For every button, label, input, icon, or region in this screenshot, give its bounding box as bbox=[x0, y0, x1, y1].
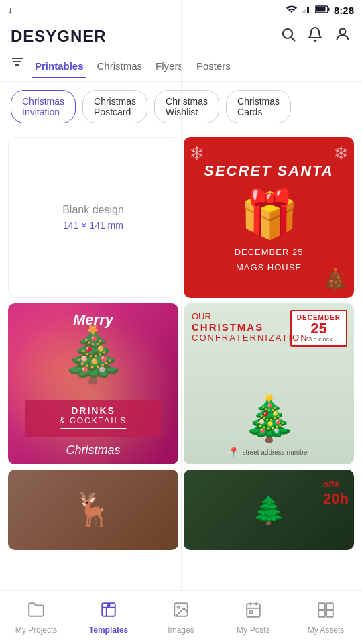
filter-icon[interactable] bbox=[11, 55, 24, 78]
snowflake-icon-tr: ❄ bbox=[333, 142, 349, 164]
template-grid: Blank design 141 × 141 mm ❄ ❄ SECRET SAN… bbox=[0, 131, 362, 555]
svg-point-6 bbox=[283, 29, 292, 38]
nav-my-projects[interactable]: My Projects bbox=[9, 601, 63, 635]
blank-design-card[interactable]: Blank design 141 × 141 mm bbox=[8, 137, 178, 298]
svg-rect-5 bbox=[316, 7, 325, 11]
confrat-text: OUR CHRISTMAS CONFRATERNIZATION bbox=[192, 311, 308, 343]
notification-icon[interactable] bbox=[307, 26, 323, 46]
user-icon[interactable] bbox=[334, 25, 351, 47]
pill-wishlist[interactable]: ChristmasWishlist bbox=[154, 90, 219, 123]
tab-christmas[interactable]: Christmas bbox=[95, 55, 145, 78]
gift-icon: 🎁 bbox=[240, 186, 298, 241]
svg-rect-2 bbox=[307, 7, 309, 13]
signal-icon bbox=[302, 5, 311, 15]
secret-santa-date: DECEMBER 25 bbox=[235, 247, 304, 257]
confrat-tree-icon: 🎄 bbox=[242, 393, 296, 444]
deer-icon: 🦌 bbox=[73, 491, 113, 529]
templates-icon bbox=[100, 601, 117, 623]
svg-rect-24 bbox=[326, 610, 333, 617]
merry-christmas-card[interactable]: 🎄 Merry DRINKS & COCKTAILS Christmas bbox=[8, 303, 178, 464]
merry-bottom-text: Christmas bbox=[8, 443, 178, 458]
time: 8:28 bbox=[334, 5, 354, 16]
bottom-card-right[interactable]: 🌲 ofte 20h bbox=[184, 470, 354, 550]
bottom-nav: My Projects Templates Images My Posts My… bbox=[0, 590, 362, 644]
svg-point-15 bbox=[178, 606, 180, 608]
svg-rect-22 bbox=[326, 603, 333, 610]
svg-rect-4 bbox=[328, 7, 329, 11]
content-area: Blank design 141 × 141 mm ❄ ❄ SECRET SAN… bbox=[0, 131, 362, 616]
pinecone-icon: 🌲 bbox=[252, 494, 286, 526]
assets-icon bbox=[317, 601, 335, 623]
svg-rect-0 bbox=[302, 11, 304, 13]
search-icon[interactable] bbox=[280, 26, 296, 46]
svg-rect-20 bbox=[250, 610, 253, 613]
nav-my-projects-label: My Projects bbox=[15, 625, 58, 635]
nav-templates-label: Templates bbox=[89, 625, 128, 635]
calendar-icon bbox=[245, 601, 262, 623]
confrat-location: 📍 street address number bbox=[184, 447, 354, 458]
secret-santa-card[interactable]: ❄ ❄ SECRET SANTA 🎁 DECEMBER 25 MAGS HOUS… bbox=[184, 137, 354, 298]
bottom-card-left[interactable]: 🦌 bbox=[8, 470, 178, 550]
merry-drinks-box: DRINKS & COCKTAILS bbox=[25, 400, 161, 437]
svg-line-7 bbox=[292, 38, 296, 42]
wifi-icon bbox=[286, 5, 298, 15]
secret-santa-title: SECRET SANTA bbox=[204, 162, 334, 180]
svg-rect-23 bbox=[318, 610, 325, 617]
pill-postcard[interactable]: ChristmasPostcard bbox=[82, 90, 147, 123]
svg-rect-16 bbox=[247, 604, 260, 617]
images-icon bbox=[172, 601, 190, 623]
snowflake-icon-tl: ❄ bbox=[189, 142, 204, 164]
folder-icon bbox=[27, 601, 45, 623]
nav-my-posts-label: My Posts bbox=[237, 625, 269, 635]
nav-my-assets[interactable]: My Assets bbox=[299, 601, 353, 635]
download-icon: ↓ bbox=[8, 5, 13, 15]
nav-my-assets-label: My Assets bbox=[308, 625, 345, 635]
nav-templates[interactable]: Templates bbox=[82, 601, 135, 635]
pill-invitation[interactable]: ChristmasInvitation bbox=[11, 90, 76, 123]
svg-point-8 bbox=[340, 28, 346, 34]
tab-posters[interactable]: Posters bbox=[194, 55, 233, 78]
tree-icon-br: 🎄 bbox=[322, 267, 349, 292]
tab-printables[interactable]: Printables bbox=[32, 55, 86, 78]
confraternization-card[interactable]: DECEMBER 25 23 o clock OUR CHRISTMAS CON… bbox=[184, 303, 354, 464]
nav-images-label: Images bbox=[168, 625, 194, 635]
bottom-right-text: ofte 20h bbox=[323, 475, 349, 508]
nav-images[interactable]: Images bbox=[154, 601, 208, 635]
nav-my-posts[interactable]: My Posts bbox=[227, 601, 280, 635]
battery-icon bbox=[315, 5, 330, 15]
merry-tree-icon: 🎄 bbox=[60, 323, 127, 386]
merry-top-text: Merry bbox=[8, 311, 178, 329]
pill-cards[interactable]: ChristmasCards bbox=[226, 90, 291, 123]
svg-point-13 bbox=[107, 604, 109, 606]
secret-santa-location: MAGS HOUSE bbox=[236, 262, 302, 272]
svg-rect-21 bbox=[318, 603, 325, 610]
svg-rect-1 bbox=[304, 9, 306, 13]
app-logo: DESYGNER bbox=[11, 27, 107, 46]
